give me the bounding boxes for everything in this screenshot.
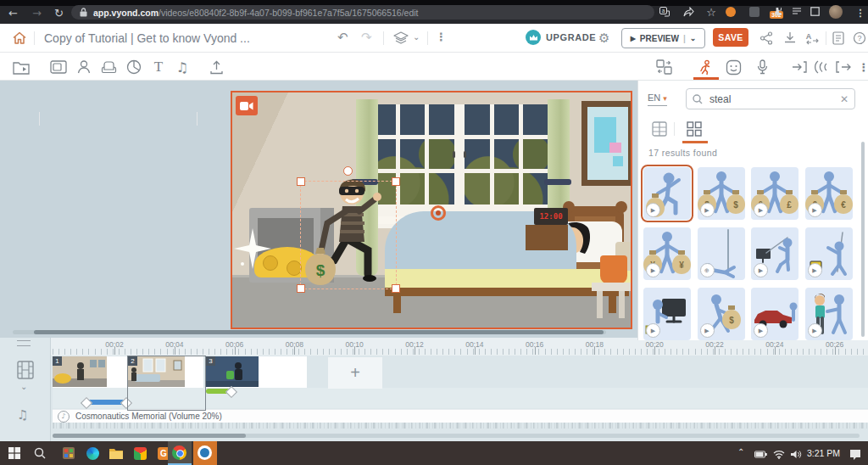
edge-icon[interactable] — [85, 445, 100, 461]
browser-back-icon[interactable]: ← — [8, 8, 18, 19]
grid-view-toggle-icon[interactable] — [687, 121, 704, 137]
exit-effect-icon[interactable] — [834, 58, 853, 76]
result-thumbnail-character-holding-two-money-bags-yen[interactable]: ¥¥▶ — [643, 227, 691, 280]
result-thumbnail-character-holding-two-money-bags-dollar[interactable]: $$▶ — [698, 167, 745, 220]
canvas-hscroll-track[interactable] — [13, 330, 606, 334]
speaker-icon[interactable] — [788, 446, 804, 462]
language-dropdown[interactable]: EN ▾ — [648, 92, 667, 106]
video-canvas[interactable]: 12:00 $ — [231, 91, 632, 329]
upgrade-button[interactable]: UPGRADE — [526, 30, 596, 45]
puzzle-extensions-icon[interactable] — [773, 7, 785, 19]
character-icon[interactable] — [75, 58, 93, 76]
play-preview-icon[interactable]: ▶ — [646, 263, 660, 277]
camera-mode-badge[interactable] — [236, 96, 258, 115]
download-icon[interactable] — [783, 31, 797, 45]
browser-profile-avatar[interactable] — [829, 5, 843, 19]
result-thumbnail-character-sneaking-with-money-bag[interactable]: $▶ — [698, 288, 745, 340]
translate-video-icon[interactable]: A — [805, 31, 820, 45]
upload-icon[interactable] — [207, 58, 225, 76]
vyond-taskbar-active[interactable] — [193, 441, 217, 465]
play-preview-icon[interactable]: ▶ — [646, 323, 660, 338]
play-preview-icon[interactable]: ▶ — [646, 203, 660, 217]
notes-icon[interactable] — [832, 31, 844, 45]
result-thumbnail-character-crawling-under-pole[interactable]: ⊕ — [698, 227, 745, 280]
undo-icon[interactable]: ↶ — [337, 30, 348, 45]
layers-icon[interactable] — [393, 31, 409, 45]
enter-effect-icon[interactable] — [790, 58, 809, 76]
search-box[interactable]: ✕ — [686, 88, 855, 109]
play-preview-icon[interactable]: ▶ — [754, 203, 768, 217]
dialog-mic-tab-icon[interactable] — [753, 58, 771, 76]
share-icon[interactable] — [760, 31, 773, 45]
rotate-handle[interactable] — [343, 166, 353, 176]
help-icon[interactable]: ? — [853, 31, 866, 45]
resize-handle-nw[interactable] — [297, 177, 305, 186]
swap-replace-icon[interactable] — [654, 58, 673, 76]
result-thumbnail-character-fishing-monitor[interactable]: ▶ — [751, 227, 798, 280]
start-button-icon[interactable] — [7, 445, 22, 461]
timeline-drag-handle[interactable] — [17, 340, 31, 346]
audio-track-music-icon[interactable]: ♫ — [17, 407, 28, 423]
result-thumbnail-character-stealing-object-with-stick[interactable]: ▶ — [805, 227, 853, 280]
result-thumbnail-character-holding-two-money-bags-euro[interactable]: €€▶ — [805, 167, 853, 220]
clear-search-icon[interactable]: ✕ — [840, 93, 849, 105]
header-kebab-menu-icon[interactable]: ⋮ — [436, 31, 447, 43]
taskbar-search-icon[interactable] — [32, 445, 47, 461]
play-preview-icon[interactable]: ▶ — [808, 263, 822, 277]
add-scene-button[interactable]: + — [328, 357, 382, 389]
resize-handle-sw[interactable] — [297, 284, 305, 293]
play-preview-icon[interactable]: ▶ — [700, 203, 715, 217]
project-title[interactable]: Copy of Tutorial | Get to know Vyond ... — [44, 31, 250, 45]
canvas-hscroll-thumb[interactable] — [34, 330, 604, 334]
play-preview-icon[interactable]: ▶ — [808, 203, 822, 217]
result-thumbnail-character-pickpocketing-man[interactable]: ▶ — [805, 288, 853, 340]
taskbar-app-icon-1[interactable] — [61, 445, 76, 461]
prop-icon[interactable] — [99, 58, 118, 76]
bookmark-star-icon[interactable]: ☆ — [705, 7, 717, 19]
collapse-chevron-icon[interactable]: ⌄ — [20, 382, 27, 391]
extension-icon-2[interactable] — [749, 7, 761, 19]
timeline-hscroll-thumb[interactable] — [53, 434, 246, 438]
timeline-hscroll-track[interactable] — [53, 434, 860, 438]
wifi-icon[interactable] — [771, 446, 787, 462]
layers-chevron-down-icon[interactable]: ⌄ — [413, 32, 420, 42]
result-thumbnail-character-behind-monitor[interactable]: ▶ — [643, 288, 691, 340]
timeline-scene-3[interactable]: 3 — [206, 356, 307, 388]
reading-list-icon[interactable] — [792, 7, 804, 19]
browser-address-bar[interactable]: app.vyond.com/videos/e80840f2-8b9f-4a07-… — [71, 5, 654, 20]
audio-icon[interactable]: ♫ — [173, 58, 192, 76]
play-preview-icon[interactable]: ▶ — [808, 323, 822, 338]
motion-effect-icon[interactable] — [812, 58, 831, 76]
camera-anchor-marker[interactable] — [431, 205, 446, 221]
timeline-scene-1[interactable]: 1 — [53, 356, 127, 388]
taskbar-app-icon-2[interactable] — [132, 445, 147, 461]
browser-reload-icon[interactable]: ↻ — [54, 8, 64, 19]
play-preview-icon[interactable]: ▶ — [754, 263, 768, 277]
text-icon[interactable]: T — [149, 58, 168, 76]
result-thumbnail-character-stealing-car[interactable]: ▶ — [751, 288, 798, 340]
result-thumbnail-character-kneeling-with-money-bag[interactable]: $▶ — [643, 167, 691, 220]
template-library-icon[interactable] — [12, 58, 31, 76]
battery-icon[interactable] — [753, 446, 768, 462]
result-thumbnail-character-holding-two-money-bags-pound[interactable]: ££▶ — [751, 167, 798, 220]
panel-vscroll-thumb[interactable] — [861, 142, 865, 337]
play-preview-icon[interactable]: ▶ — [700, 323, 715, 338]
chart-icon[interactable] — [125, 58, 143, 76]
redo-icon[interactable]: ↷ — [361, 30, 372, 45]
resize-handle-ne[interactable] — [392, 177, 400, 186]
share-tab-icon[interactable] — [683, 7, 695, 19]
scenes-filmstrip-icon[interactable] — [15, 360, 36, 380]
play-preview-icon[interactable]: ▶ — [754, 323, 768, 338]
selection-bounding-box[interactable] — [300, 181, 397, 289]
chrome-taskbar-active[interactable] — [168, 441, 192, 465]
expression-tab-icon[interactable] — [724, 58, 743, 76]
audio-track[interactable]: ♪ Cosmonautics Memorial (Volume 20%) — [53, 409, 868, 423]
browser-forward-icon[interactable]: → — [32, 8, 42, 19]
translate-icon[interactable]: a — [659, 7, 671, 19]
list-view-toggle-icon[interactable] — [652, 121, 669, 137]
home-icon[interactable] — [12, 31, 27, 46]
save-button[interactable]: SAVE — [713, 28, 748, 47]
notification-center-icon[interactable] — [848, 446, 863, 462]
browser-menu-kebab-icon[interactable]: ⋮ — [854, 7, 866, 19]
settings-gear-icon[interactable]: ⚙ — [598, 31, 609, 46]
